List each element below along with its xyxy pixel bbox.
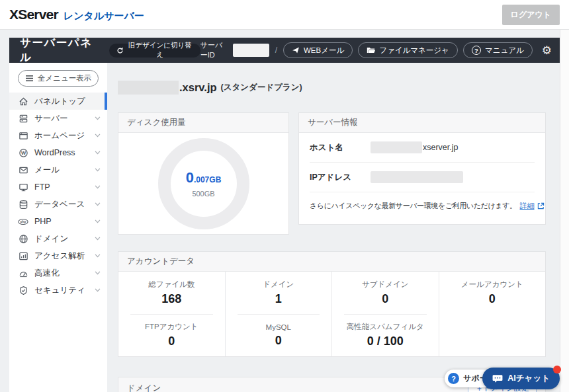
account-data-card: アカウントデータ 総ファイル数 168 FTPアカウント 0 ドメイン 1 My… — [118, 251, 546, 357]
separator: / — [275, 46, 277, 55]
chevron-down-icon — [95, 254, 101, 258]
sidebar-item-label: 高速化 — [34, 268, 60, 279]
sidebar-item-label: ホームページ — [34, 130, 85, 141]
account-data-card-title: アカウントデータ — [118, 252, 545, 272]
chevron-down-icon — [95, 202, 101, 206]
chevron-down-icon — [95, 116, 101, 120]
mail-icon — [18, 165, 28, 175]
file-manager-label: ファイルマネージャ — [379, 46, 449, 56]
manual-label: マニュアル — [485, 46, 524, 56]
wordpress-icon: W — [18, 147, 28, 158]
xserver-logo[interactable]: XServer レンタルサーバー — [9, 7, 144, 22]
switch-old-design-button[interactable]: 旧デザインに切り替え — [109, 44, 200, 58]
stat-empty — [439, 314, 546, 356]
server-info-body: ホスト名 xserver.jp IPアドレス さらにハイスペックな最新サーバー環… — [299, 133, 545, 211]
manual-button[interactable]: ? マニュアル — [463, 42, 533, 58]
server-info-card: サーバー情報 ホスト名 xserver.jp IPアドレス さらにハイスペックな… — [298, 112, 546, 225]
sidebar-item-label: ドメイン — [34, 233, 68, 245]
disk-total-value: 500GB — [192, 190, 214, 198]
sidebar-item-php[interactable]: php PHP — [9, 213, 107, 230]
gear-icon[interactable]: ⚙ — [542, 45, 552, 56]
send-icon — [292, 46, 300, 54]
disk-used-value: 0.007GB — [186, 169, 222, 186]
stat-total-files: 総ファイル数 168 — [118, 272, 225, 314]
stat-ftp-accounts: FTPアカウント 0 — [118, 315, 225, 357]
sidebar-item-label: データベース — [34, 199, 85, 210]
question-badge-icon: ? — [448, 373, 459, 384]
disk-usage-card: ディスク使用量 0.007GB 500GB — [118, 112, 289, 235]
account-title: .xsrv.jp (スタンダードプラン) — [118, 81, 302, 95]
show-all-menu-label: 全メニュー表示 — [38, 73, 91, 83]
webmail-button[interactable]: WEBメール — [283, 42, 353, 58]
sidebar-item-panel-top[interactable]: パネルトップ — [9, 93, 107, 110]
svg-text:php: php — [21, 220, 26, 223]
server-id-redacted — [233, 44, 269, 57]
logo-text-primary: XServer — [9, 7, 58, 22]
bar-chart-icon — [18, 251, 28, 261]
ip-address-redacted — [371, 171, 463, 183]
sidebar-nav: パネルトップ サーバー ホームページ — [9, 93, 107, 299]
sidebar: 全メニュー表示 パネルトップ サーバー — [9, 63, 107, 392]
panel-title: サーバーパネル — [20, 36, 100, 65]
chevron-down-icon — [95, 151, 101, 155]
refresh-icon — [116, 47, 124, 54]
chevron-down-icon — [95, 271, 101, 275]
external-link-icon — [537, 202, 545, 210]
domain-card-title: ドメイン — [127, 383, 161, 392]
browser-window-icon — [18, 130, 28, 141]
svg-text:W: W — [21, 150, 26, 156]
disk-usage-donut-chart: 0.007GB 500GB — [158, 138, 249, 229]
logout-button[interactable]: ログアウト — [502, 5, 560, 25]
host-name-redacted — [371, 141, 422, 153]
server-id-label: サーバーID — [200, 40, 228, 60]
stat-column: ドメイン 1 MySQL 0 — [226, 272, 333, 356]
chevron-down-icon — [95, 288, 101, 292]
home-icon — [18, 96, 28, 106]
sidebar-item-label: サーバー — [34, 113, 68, 124]
host-name-label: ホスト名 — [310, 142, 371, 153]
sidebar-item-database[interactable]: データベース — [9, 196, 107, 213]
sidebar-item-homepage[interactable]: ホームページ — [9, 127, 107, 144]
ai-chat-button[interactable]: AIチャット — [482, 368, 560, 389]
account-domain-suffix: .xsrv.jp — [179, 81, 217, 94]
scrollbar-gutter[interactable] — [560, 30, 569, 392]
disk-usage-values: 0.007GB 500GB — [171, 151, 237, 217]
ip-address-row: IPアドレス — [310, 163, 535, 192]
sidebar-item-access-analytics[interactable]: アクセス解析 — [9, 247, 107, 264]
chevron-down-icon — [95, 134, 101, 137]
sidebar-item-ftp[interactable]: FTP — [9, 178, 107, 196]
sidebar-item-label: FTP — [34, 182, 50, 192]
sidebar-item-security[interactable]: セキュリティ — [9, 282, 107, 299]
speedometer-icon — [18, 268, 28, 278]
stat-subdomains: サブドメイン 0 — [332, 272, 439, 314]
stat-spam-filter: 高性能スパムフィルタ 0 / 100 — [332, 315, 439, 357]
sidebar-item-domain[interactable]: ドメイン — [9, 230, 107, 247]
notification-dot — [553, 366, 561, 373]
stat-mysql: MySQL 0 — [226, 315, 332, 357]
file-manager-button[interactable]: ファイルマネージャ — [358, 42, 458, 58]
sidebar-item-server[interactable]: サーバー — [9, 110, 107, 127]
sidebar-item-speed[interactable]: 高速化 — [9, 264, 107, 282]
ai-chat-label: AIチャット — [507, 373, 550, 384]
disk-usage-card-title: ディスク使用量 — [118, 113, 288, 133]
stat-column: 総ファイル数 168 FTPアカウント 0 — [118, 272, 226, 356]
chevron-down-icon — [95, 168, 101, 172]
panel-header-right: サーバーID / WEBメール ファイルマネージャ ? マニュアル ⚙ — [200, 40, 552, 60]
php-icon: php — [18, 216, 28, 227]
menu-icon — [25, 75, 34, 82]
webmail-label: WEBメール — [304, 46, 344, 56]
stat-column: サブドメイン 0 高性能スパムフィルタ 0 / 100 — [332, 272, 439, 356]
show-all-menu-button[interactable]: 全メニュー表示 — [18, 70, 99, 87]
account-data-grid: 総ファイル数 168 FTPアカウント 0 ドメイン 1 MySQL 0 サブド… — [118, 272, 545, 356]
account-domain-redacted — [118, 81, 179, 95]
sidebar-item-wordpress[interactable]: W WordPress — [9, 144, 107, 161]
disk-usage-chart-area: 0.007GB 500GB — [118, 133, 288, 234]
server-upgrade-notice: さらにハイスペックな最新サーバー環境をご利用いただけます。 詳細 — [310, 201, 535, 211]
folder-icon — [367, 46, 375, 54]
sidebar-item-mail[interactable]: メール — [9, 161, 107, 178]
chevron-down-icon — [95, 237, 101, 241]
global-header: XServer レンタルサーバー ログアウト — [0, 0, 569, 30]
detail-link[interactable]: 詳細 — [520, 201, 535, 211]
sidebar-item-label: アクセス解析 — [34, 251, 85, 262]
host-name-value: xserver.jp — [423, 143, 459, 152]
